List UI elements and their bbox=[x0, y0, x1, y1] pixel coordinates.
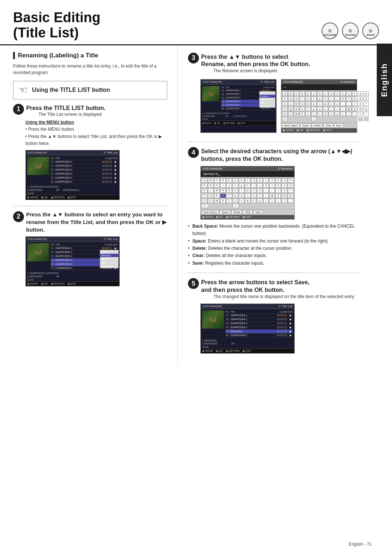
screen1-mode: ⊙ Title List bbox=[103, 151, 118, 154]
screen1-label: DVD-RAM(VR) bbox=[28, 151, 47, 154]
step-1-submenu-list: Press the MENU button. Press the ▲▼ butt… bbox=[25, 126, 167, 147]
screen2-thumbnail: 🦋 bbox=[34, 248, 42, 256]
step-4-title: Select the desired characters using the … bbox=[201, 146, 359, 163]
note-backspace: Back Space: Moves the cursor one positio… bbox=[188, 223, 359, 237]
step-4: 4 Select the desired characters using th… bbox=[188, 146, 359, 267]
screen3b-label: DVD-RAM(VR) bbox=[283, 80, 303, 83]
step-2: 2 Press the ▲▼ buttons to select an entr… bbox=[13, 211, 167, 286]
button-section-title: Using the TITLE LIST button bbox=[32, 87, 110, 93]
screen-mockup-5: DVD-RAM(VR) ⊙ Title List 🦋 No. TitleLeng… bbox=[200, 304, 295, 354]
step-5: 5 Press the arrow buttons to select Save… bbox=[188, 277, 359, 354]
screen-mockup-4: DVD-RAM(VR) ⊙ Rename Sports(A1)_ ABCDE a… bbox=[200, 166, 295, 220]
screen1-col-header: No. Title Length Edit bbox=[51, 156, 118, 160]
screen5-mode: ⊙ Title List bbox=[278, 305, 293, 308]
screen2-body: 🦋 No. Title Length Edit 01 19/APR/2004 1… bbox=[26, 242, 119, 272]
step-3-number: 3 bbox=[188, 53, 199, 64]
screen-mockup-2: DVD-RAM(VR) ⊙ Title List 🦋 No. Title Len… bbox=[25, 236, 120, 286]
screen2-label: DVD-RAM(VR) bbox=[28, 237, 47, 241]
screen1-row-5: 05 21/APR/2004 1 00:00:32 ▶ bbox=[51, 176, 118, 180]
language-tab: English bbox=[377, 44, 392, 116]
disc-icons: DVD-RAM DVD-RW DVD-R bbox=[322, 23, 379, 39]
step-4-number: 4 bbox=[188, 147, 199, 158]
screen2-col-header: No. Title Length Edit bbox=[51, 243, 118, 247]
screen-mockup-3b: DVD-RAM(VR) ⊙ Rename — ABCDE abcde 12345… bbox=[281, 79, 357, 133]
screen2-mode: ⊙ Title List bbox=[103, 237, 118, 241]
submenu-item-2: Press the ▲▼ buttons to select Title Lis… bbox=[25, 133, 167, 147]
screen3b-footer: ▣ MOVE▣ OK▣ RETURN▣ EXIT bbox=[281, 128, 357, 133]
step-2-number: 2 bbox=[13, 211, 24, 222]
step-5-number: 5 bbox=[188, 278, 199, 289]
step-1-number: 1 bbox=[13, 104, 24, 115]
screen5-list: No. TitleLength Edit 0119/APR/2004 100:0… bbox=[225, 310, 294, 338]
step-1-submenu-title: Using the MENU button bbox=[25, 120, 167, 125]
dvd-r-icon: DVD-R bbox=[362, 23, 379, 39]
step-1-title: Press the TITLE LIST button. bbox=[26, 103, 106, 112]
keyboard-grid-3: ABCDE abcde 12345 FGHIJ fghij 67890 KLMN… bbox=[281, 90, 357, 122]
keyboard-bottom-3: Back Space Space Delete Clear Save bbox=[281, 122, 357, 128]
screen1-thumbnail: 🦋 bbox=[34, 162, 42, 170]
section-title: Renaming (Labeling) a Title bbox=[13, 52, 167, 59]
step-1-subtitle: The Title List screen is displayed. bbox=[38, 112, 106, 117]
screen1-date: 21/APR/2004 SP 21/APR/2004 1 bbox=[26, 188, 119, 192]
section-description: Follow these instructions to rename a ti… bbox=[13, 63, 167, 76]
hand-icon: ☜ bbox=[19, 84, 28, 96]
screen2-date: 21/APR/2004 SP bbox=[26, 275, 119, 278]
note-clear: Clear: Deletes all the character inputs. bbox=[188, 252, 359, 259]
screen1-row-3: 03 20/APR/2004 2 00:00:15 ▶ bbox=[51, 168, 118, 172]
right-column: 3 Press the ▲▼ buttons to select Rename,… bbox=[178, 45, 377, 366]
step-5-subtitle: The changed title name is displayed on t… bbox=[213, 294, 355, 299]
step-1-submenu: Using the MENU button Press the MENU but… bbox=[25, 120, 167, 147]
context-menu: Play Rename Delete Edit Protection bbox=[100, 250, 119, 268]
screen1-row-1: 01 19/APR/2004 1 00:00:21 ▶ bbox=[51, 160, 118, 164]
screen2-info: □ 21/APR/2004 12:00 PR12 bbox=[26, 272, 119, 275]
screen5-label: DVD-RAM(VR) bbox=[203, 305, 222, 308]
step-2-title: Press the ▲▼ buttons to select an entry … bbox=[26, 211, 167, 233]
note-space: Space: Enters a blank and moves the curs… bbox=[188, 237, 359, 245]
step-3-title: Press the ▲▼ buttons to select Rename, a… bbox=[201, 52, 310, 69]
screen1-row-6: 06 21/APR/2004 1 00:00:18 ▶ bbox=[51, 180, 118, 184]
note-save: Save: Registers the character inputs. bbox=[188, 260, 359, 267]
step-3-subtitle: The Rename screen is displayed. bbox=[213, 68, 310, 73]
screen2-footer: MOVE OK RETURN EXIT bbox=[26, 281, 119, 286]
dvd-rw-icon: DVD-RW bbox=[342, 23, 359, 39]
main-content: Renaming (Labeling) a Title Follow these… bbox=[0, 45, 392, 366]
screen5-body: 🦋 No. TitleLength Edit 0119/APR/2004 100… bbox=[201, 309, 294, 339]
screen3b-mode: ⊙ Rename bbox=[340, 80, 355, 83]
step-5-title: Press the arrow buttons to select Save, … bbox=[201, 277, 355, 294]
screen1-row-4: 04 20/APR/2004 2 00:00:16 ▶ bbox=[51, 172, 118, 176]
dvd-ram-icon: DVD-RAM bbox=[322, 23, 338, 39]
screen1-row-2: 02 19/APR/2004 1 00:00:03 ▶ bbox=[51, 164, 118, 168]
page-footer: English - 71 bbox=[349, 542, 372, 547]
screen3a-body: 🦋 No. TitleLength Edit 0119/APR/2004 100… bbox=[201, 85, 276, 112]
screen1-footer: MOVE OK RETURN EXIT bbox=[26, 195, 119, 200]
submenu-item-1: Press the MENU button. bbox=[25, 126, 167, 133]
screen-mockup-1: DVD-RAM(VR) ⊙ Title List 🦋 No. Title Len… bbox=[25, 150, 120, 200]
screen3a-mode: ⊙ Title List bbox=[260, 80, 274, 83]
screen4-input: Sports(A1)_ bbox=[201, 171, 294, 177]
screen3a-label: DVD-RAM(VR) bbox=[203, 80, 222, 83]
screen4-label: DVD-RAM(VR) bbox=[203, 167, 222, 170]
screen1-body: 🦋 No. Title Length Edit 01 19/APR/2004 1… bbox=[26, 155, 119, 185]
screen3a-list: No. TitleLength Edit 0119/APR/2004 100:0… bbox=[220, 85, 275, 111]
screen-mockup-3a: DVD-RAM(VR) ⊙ Title List 🦋 No. TitleLeng… bbox=[200, 79, 277, 133]
screen4-footer: ▣ MOVE▣ OK▣ RETURN▣ EXIT bbox=[201, 215, 294, 219]
screen1-info: □ 21/APR/2004 12:00 PR12 bbox=[26, 185, 119, 188]
screen4-mode: ⊙ Rename bbox=[278, 167, 292, 170]
keyboard-grid-4: ABCDE abcde 12345 FGHIJ fghij 67890 KLMN… bbox=[201, 177, 294, 209]
page-header: Basic Editing (Title List) DVD-RAM DVD-R… bbox=[0, 0, 392, 45]
step-1: 1 Press the TITLE LIST button. The Title… bbox=[13, 103, 167, 200]
left-column: Renaming (Labeling) a Title Follow these… bbox=[0, 45, 178, 366]
step-4-notes: Back Space: Moves the cursor one positio… bbox=[188, 223, 359, 267]
screen5-thumbnail: 🦋 bbox=[209, 315, 217, 323]
screen5-footer: MOVEOKRETURNEXIT bbox=[201, 349, 294, 353]
note-delete: Delete: Deletes the character at the cur… bbox=[188, 245, 359, 252]
step-3: 3 Press the ▲▼ buttons to select Rename,… bbox=[188, 52, 359, 136]
screen3b-input: — bbox=[281, 84, 357, 90]
keyboard-bottom-4: Back Space Space Delete Clear Save bbox=[201, 209, 294, 215]
screen2-list: No. Title Length Edit 01 19/APR/2004 1 0… bbox=[50, 243, 119, 271]
page-title: Basic Editing (Title List) bbox=[13, 10, 101, 41]
title-list-button-section: ☜ Using the TITLE LIST button bbox=[13, 81, 167, 99]
screen1-list: No. Title Length Edit 01 19/APR/2004 1 0… bbox=[50, 156, 119, 184]
